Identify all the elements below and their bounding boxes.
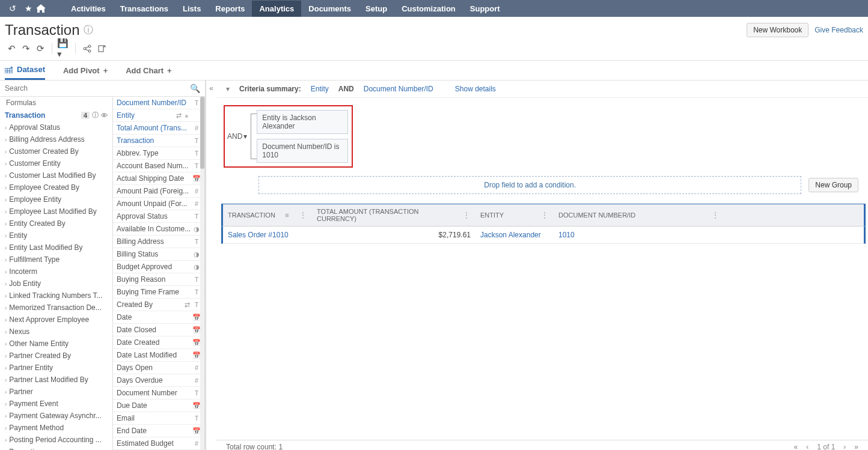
tree-item[interactable]: ›Employee Last Modified By (0, 205, 112, 217)
field-item[interactable]: Billing AddressT (113, 236, 204, 248)
collapse-panel-icon[interactable]: « (206, 81, 216, 450)
history-icon[interactable]: ↺ (5, 4, 20, 13)
field-item[interactable]: Days Overdue# (113, 374, 204, 387)
field-item[interactable]: Created By⇄T (113, 299, 204, 311)
page-next-icon[interactable]: › (843, 443, 846, 450)
menu-support[interactable]: Support (463, 1, 507, 17)
menu-setup[interactable]: Setup (358, 1, 394, 17)
home-icon[interactable] (36, 4, 52, 13)
field-item[interactable]: Available In Custome...◑ (113, 223, 204, 236)
table-row[interactable]: Sales Order #1010 $2,719.61 Jackson Alex… (221, 227, 866, 244)
show-details-link[interactable]: Show details (455, 85, 496, 93)
page-last-icon[interactable]: » (854, 443, 858, 450)
field-item[interactable]: Document NumberT (113, 387, 204, 400)
column-menu-icon[interactable]: ⋮ (711, 210, 720, 220)
new-group-button[interactable]: New Group (808, 178, 858, 192)
tree-item[interactable]: ›Fulfillment Type (0, 254, 112, 266)
tree-item[interactable]: ›Partner Last Modified By (0, 374, 112, 386)
col-total-amount[interactable]: TOTAL AMOUNT (TRANSACTION CURRENCY)⋮ (312, 204, 475, 226)
tree-item[interactable]: ›Other Name Entity (0, 338, 112, 350)
criteria-chip-docnum[interactable]: Document Number/ID (364, 85, 433, 93)
tree-item[interactable]: ›Next Approver Employee (0, 314, 112, 326)
criteria-chip-entity[interactable]: Entity (311, 85, 329, 93)
col-entity[interactable]: ENTITY⋮ (475, 204, 554, 226)
share-icon[interactable] (81, 42, 94, 55)
field-item[interactable]: Date Closed📅 (113, 324, 204, 336)
tree-item[interactable]: ›Partner (0, 386, 112, 398)
condition-dropzone[interactable]: Drop field to add a condition. (258, 176, 801, 194)
tree-item[interactable]: ›Customer Entity (0, 157, 112, 169)
page-first-icon[interactable]: « (794, 443, 798, 450)
tree-transaction[interactable]: Transaction 4 ⓘ 👁 (0, 109, 112, 121)
field-item[interactable]: Actual Shipping Date📅 (113, 172, 204, 185)
field-item[interactable]: Abbrev. TypeT (113, 147, 204, 160)
field-item[interactable]: Billing Status◑ (113, 248, 204, 261)
tab-add-chart[interactable]: Add Chart + (126, 61, 171, 80)
field-item[interactable]: Estimated Budget# (113, 437, 204, 450)
field-item[interactable]: Date Last Modified📅 (113, 349, 204, 362)
field-item[interactable]: Total Amount (Trans...# (113, 122, 204, 135)
field-item[interactable]: Approval StatusT (113, 210, 204, 223)
info-icon[interactable]: ⓘ (92, 111, 99, 120)
menu-customization[interactable]: Customization (394, 1, 463, 17)
save-icon[interactable]: 💾▾ (57, 42, 70, 55)
new-workbook-button[interactable]: New Workbook (747, 23, 808, 37)
field-item[interactable]: Date📅 (113, 311, 204, 324)
tree-item[interactable]: ›Posting Period Accounting ... (0, 434, 112, 446)
chevron-down-icon[interactable]: ▾ (226, 85, 230, 93)
tree-item[interactable]: ›Memorized Transaction De... (0, 302, 112, 314)
field-item[interactable]: Amount Paid (Foreig...# (113, 185, 204, 198)
field-item[interactable]: Budget Approved◑ (113, 261, 204, 273)
tree-item[interactable]: ›Payment Gateway Asynchr... (0, 410, 112, 422)
tree-formulas[interactable]: Formulas (0, 97, 112, 109)
tree-item[interactable]: ›Linked Tracking Numbers T... (0, 290, 112, 302)
cell-doc[interactable]: 1010 (554, 229, 864, 241)
search-input[interactable] (5, 84, 190, 93)
col-document-number[interactable]: DOCUMENT NUMBER/ID⋮ (554, 204, 864, 226)
eye-icon[interactable]: 👁 (101, 112, 108, 119)
tree-item[interactable]: ›Entity Created By (0, 217, 112, 230)
export-icon[interactable] (95, 42, 108, 55)
tree-item[interactable]: ›Employee Created By (0, 181, 112, 193)
tree-item[interactable]: ›Nexus (0, 326, 112, 338)
tree-item[interactable]: ›Job Entity (0, 278, 112, 290)
col-transaction[interactable]: TRANSACTION≡⋮ (223, 204, 312, 226)
refresh-icon[interactable]: ⟳ (34, 42, 47, 55)
and-operator[interactable]: AND▾ (227, 132, 251, 141)
tree-item[interactable]: ›Billing Address Address (0, 133, 112, 145)
cell-entity[interactable]: Jackson Alexander (475, 229, 554, 241)
column-menu-icon[interactable]: ⋮ (540, 210, 549, 220)
tree-item[interactable]: ›Partner Entity (0, 362, 112, 374)
search-icon[interactable]: 🔍 (190, 84, 200, 93)
field-item[interactable]: TransactionT (113, 135, 204, 147)
tree-item[interactable]: ›Partner Created By (0, 350, 112, 362)
tab-add-pivot[interactable]: Add Pivot + (63, 61, 108, 80)
menu-analytics[interactable]: Analytics (252, 1, 301, 17)
tree-item[interactable]: ›Entity Last Modified By (0, 242, 112, 254)
menu-reports[interactable]: Reports (208, 1, 252, 17)
star-icon[interactable]: ★ (20, 4, 36, 13)
menu-transactions[interactable]: Transactions (113, 1, 176, 17)
field-item[interactable]: End Date📅 (113, 425, 204, 437)
info-icon[interactable]: ⓘ (84, 24, 93, 37)
tree-item[interactable]: ›Promotions (0, 446, 112, 450)
menu-activities[interactable]: Activities (64, 1, 113, 17)
scrollbar-thumb[interactable] (200, 97, 204, 169)
tree-item[interactable]: ›Entity (0, 230, 112, 242)
tree-item[interactable]: ›Employee Entity (0, 193, 112, 205)
field-item[interactable]: EmailT (113, 412, 204, 425)
give-feedback-link[interactable]: Give Feedback (815, 26, 863, 34)
tree-item[interactable]: ›Incoterm (0, 266, 112, 278)
tree-item[interactable]: ›Customer Created By (0, 145, 112, 157)
tab-dataset[interactable]: + Dataset (5, 61, 45, 80)
column-menu-icon[interactable]: ⋮ (299, 210, 307, 220)
field-item[interactable]: Buying ReasonT (113, 273, 204, 286)
condition-docnum[interactable]: Document Number/ID is 1010 (257, 139, 348, 163)
field-item[interactable]: Date Created📅 (113, 336, 204, 349)
menu-lists[interactable]: Lists (176, 1, 208, 17)
tree-item[interactable]: ›Customer Last Modified By (0, 169, 112, 181)
page-prev-icon[interactable]: ‹ (806, 443, 808, 450)
tree-item[interactable]: ›Approval Status (0, 121, 112, 133)
cell-transaction[interactable]: Sales Order #1010 (223, 229, 312, 241)
field-item[interactable]: Document Number/IDT (113, 97, 204, 109)
